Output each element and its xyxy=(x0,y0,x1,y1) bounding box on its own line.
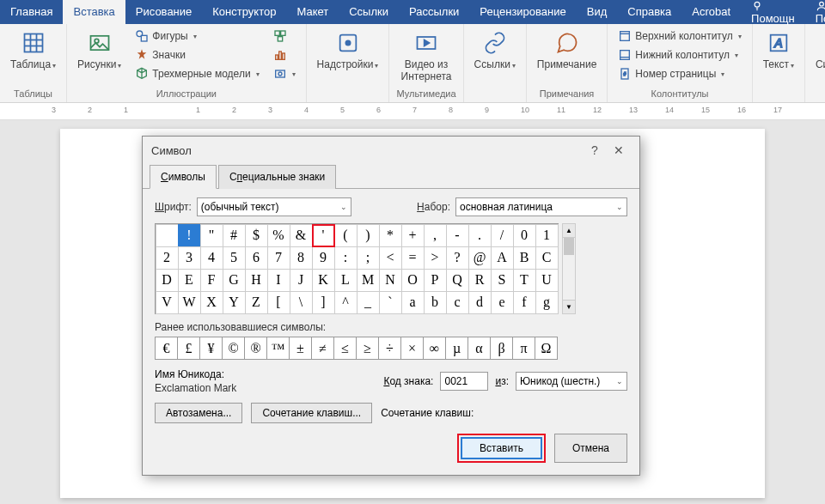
recent-cell[interactable]: Ω xyxy=(535,337,558,360)
recent-cell[interactable]: ≥ xyxy=(356,337,379,360)
char-cell[interactable]: , xyxy=(424,224,447,247)
char-cell[interactable]: J xyxy=(290,269,313,292)
tab-symbols[interactable]: Символы xyxy=(150,165,217,189)
char-cell[interactable]: [ xyxy=(267,291,290,314)
char-cell[interactable]: d xyxy=(468,291,492,314)
char-cell[interactable]: ) xyxy=(357,224,380,247)
char-cell[interactable]: 8 xyxy=(290,246,313,270)
close-button[interactable]: ✕ xyxy=(607,143,631,157)
char-cell[interactable]: Q xyxy=(446,269,469,292)
recent-cell[interactable]: π xyxy=(512,337,535,360)
shapes-button[interactable]: Фигуры▾ xyxy=(131,27,262,45)
menu-tab-рецензирование[interactable]: Рецензирование xyxy=(469,0,576,24)
char-cell[interactable]: K xyxy=(312,269,335,292)
screenshot-button[interactable]: ▾ xyxy=(270,65,299,82)
grid-scrollbar[interactable]: ▲ ▼ xyxy=(562,223,576,314)
char-cell[interactable]: . xyxy=(468,224,492,247)
char-cell[interactable]: $ xyxy=(245,224,268,247)
char-cell[interactable]: / xyxy=(491,224,514,247)
char-cell[interactable]: ! xyxy=(178,224,201,247)
recent-cell[interactable]: ∞ xyxy=(423,337,446,360)
char-cell[interactable]: O xyxy=(401,269,425,292)
menu-tab-главная[interactable]: Главная xyxy=(0,0,63,24)
recent-cell[interactable]: € xyxy=(155,337,178,360)
char-cell[interactable]: 2 xyxy=(156,246,179,270)
char-cell[interactable]: N xyxy=(379,269,402,292)
menu-tab-конструктор[interactable]: Конструктор xyxy=(202,0,286,24)
char-cell[interactable]: ^ xyxy=(334,291,358,314)
menu-tab-рисование[interactable]: Рисование xyxy=(125,0,202,24)
menu-tab-справка[interactable]: Справка xyxy=(617,0,681,24)
char-cell[interactable]: g xyxy=(535,291,559,314)
recent-cell[interactable]: ™ xyxy=(266,337,290,360)
char-cell[interactable]: - xyxy=(446,224,469,247)
menu-tab-рассылки[interactable]: Рассылки xyxy=(399,0,469,24)
char-cell[interactable]: B xyxy=(513,246,536,270)
online-video-button[interactable]: Видео из Интернета xyxy=(396,27,455,84)
page-number-button[interactable]: #Номер страницы▾ xyxy=(614,65,744,82)
char-cell[interactable]: ` xyxy=(379,291,402,314)
char-cell[interactable]: Z xyxy=(245,291,268,314)
char-cell[interactable]: F xyxy=(200,269,223,292)
insert-button[interactable]: Вставить xyxy=(461,437,542,459)
char-cell[interactable]: W xyxy=(178,291,201,314)
char-cell[interactable]: V xyxy=(156,291,179,314)
menu-tab-вид[interactable]: Вид xyxy=(577,0,618,24)
text-button[interactable]: A Текст▾ xyxy=(760,27,798,72)
recent-cell[interactable]: £ xyxy=(177,337,200,360)
recent-cell[interactable]: ≠ xyxy=(311,337,334,360)
char-cell[interactable]: E xyxy=(178,269,201,292)
char-cell[interactable]: S xyxy=(491,269,514,292)
char-cell[interactable]: f xyxy=(513,291,536,314)
char-cell[interactable]: * xyxy=(379,224,402,247)
scrollbar-thumb[interactable] xyxy=(564,238,574,255)
ruler[interactable]: 3211234567891011121314151617 xyxy=(0,103,825,120)
recent-cell[interactable]: ≤ xyxy=(333,337,357,360)
addins-button[interactable]: Надстройки▾ xyxy=(314,27,382,72)
comment-button[interactable]: Примечание xyxy=(534,27,600,72)
scroll-up-button[interactable]: ▲ xyxy=(563,224,575,238)
chart-button[interactable] xyxy=(270,46,299,64)
char-cell[interactable]: ' xyxy=(312,224,335,247)
char-cell[interactable]: C xyxy=(535,246,559,270)
char-cell[interactable]: G xyxy=(223,269,246,292)
recent-cell[interactable]: ¥ xyxy=(199,337,223,360)
char-cell[interactable] xyxy=(156,224,179,247)
char-cell[interactable]: ( xyxy=(334,224,358,247)
recent-cell[interactable]: ® xyxy=(244,337,267,360)
code-input[interactable]: 0021 xyxy=(440,372,488,391)
symbols-button[interactable]: Ω Символы▾ xyxy=(812,27,825,72)
recent-cell[interactable]: × xyxy=(400,337,424,360)
recent-cell[interactable]: ± xyxy=(289,337,312,360)
shortcut-button[interactable]: Сочетание клавиш... xyxy=(251,403,372,423)
menu-tab-acrobat[interactable]: Acrobat xyxy=(681,0,741,24)
char-cell[interactable]: 1 xyxy=(535,224,559,247)
icons-button[interactable]: Значки xyxy=(131,46,262,64)
char-cell[interactable]: T xyxy=(513,269,536,292)
menu-tab-макет[interactable]: Макет xyxy=(286,0,339,24)
smartart-button[interactable] xyxy=(270,27,299,45)
char-cell[interactable]: ] xyxy=(312,291,335,314)
char-cell[interactable]: H xyxy=(245,269,268,292)
font-combo[interactable]: (обычный текст)⌄ xyxy=(197,197,351,216)
char-cell[interactable]: _ xyxy=(357,291,380,314)
char-cell[interactable]: X xyxy=(200,291,223,314)
recent-cell[interactable]: β xyxy=(490,337,513,360)
char-cell[interactable]: A xyxy=(491,246,514,270)
char-cell[interactable]: 0 xyxy=(513,224,536,247)
char-cell[interactable]: a xyxy=(401,291,425,314)
from-combo[interactable]: Юникод (шестн.)⌄ xyxy=(516,372,627,391)
char-cell[interactable]: P xyxy=(424,269,447,292)
char-cell[interactable]: b xyxy=(424,291,447,314)
char-cell[interactable]: Y xyxy=(223,291,246,314)
char-cell[interactable]: R xyxy=(468,269,492,292)
header-button[interactable]: Верхний колонтитул▾ xyxy=(614,27,744,45)
recent-cell[interactable]: ÷ xyxy=(378,337,401,360)
char-cell[interactable]: D xyxy=(156,269,179,292)
3d-models-button[interactable]: Трехмерные модели▾ xyxy=(131,65,262,82)
char-cell[interactable]: 5 xyxy=(223,246,246,270)
char-cell[interactable]: @ xyxy=(468,246,492,270)
char-cell[interactable]: c xyxy=(446,291,469,314)
table-button[interactable]: Таблица▾ xyxy=(7,27,59,72)
recent-cell[interactable]: µ xyxy=(445,337,468,360)
